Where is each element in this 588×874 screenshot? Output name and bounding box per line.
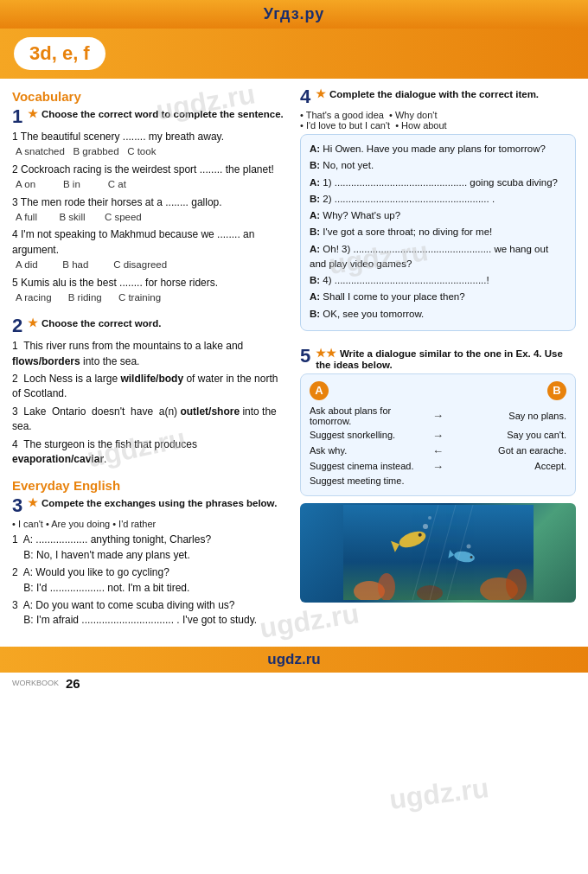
dialogue-line: B: OK, see you tomorrow. [310,307,566,322]
scuba-photo [300,503,576,603]
workbook-label: WORKBOOK [12,679,59,687]
top-bar: Угдз.ру [0,0,588,29]
list-item: 1 A: .................. anything tonight… [12,533,288,563]
ex4-inner: • That's a good idea • Why don't• I'd lo… [300,110,576,338]
site-title: Угдз.ру [264,5,325,22]
dialogue-line: B: I've got a sore throat; no diving for… [310,225,566,239]
svg-point-14 [466,545,470,549]
ex4-num: 4 [300,87,310,106]
list-item: 1 The beautiful scenery ........ my brea… [12,130,288,160]
dialogue-line: B: 2) ..................................… [310,192,566,207]
page-footer: WORKBOOK 26 [0,673,588,694]
diagram-label-a: A [310,381,329,400]
right-column: 4 ★ Complete the dialogue with the corre… [300,87,576,640]
svg-point-2 [378,573,395,600]
watermark-5: ugdz.ru [387,772,490,816]
arrow-icon: → [432,409,444,422]
ex2-num: 2 [12,316,22,335]
exercise-4: 4 ★ Complete the dialogue with the corre… [300,87,576,338]
diagram-rows: Ask about plans for tomorrow. → Say no p… [310,405,566,486]
list-item: 2 A: Would you like to go cycling? B: I'… [12,565,288,596]
everyday-english-section: Everyday English 3 ★ Compete the exchang… [12,478,288,630]
exercise-3: 3 ★ Compete the exchanges using the phra… [12,496,288,630]
list-item: 2 Loch Ness is a large wildlife/body of … [12,372,288,402]
exercise-2: 2 ★ Choose the correct word. 1 This rive… [12,316,288,469]
svg-point-13 [428,516,431,520]
diagram-row: Suggest meeting time. [310,475,566,486]
list-item: 1 This river runs from the mountains to … [12,339,288,369]
list-item: 4 The sturgeon is the fish that produces… [12,437,288,468]
dialogue-line: A: Oh! 3) ..............................… [310,242,566,272]
arrow-icon: → [432,429,444,442]
svg-point-12 [423,524,428,529]
left-column: Vocabulary 1 ★ Choose the correct word t… [12,87,288,640]
ex2-instruction: 2 ★ Choose the correct word. [12,316,288,335]
chapter-label: 3d, e, f [14,37,105,70]
everyday-english-title: Everyday English [12,478,288,493]
ex3-inner: • I can't • Are you doing • I'd rather 1… [12,519,288,630]
ex5-num: 5 [300,347,310,366]
dialogue-line: A: Hi Owen. Have you made any plans for … [310,142,566,156]
vocabulary-title: Vocabulary [12,89,288,104]
dialogue-line: A: Shall I come to your place then? [310,290,566,304]
dialogue-line: B: 4) ..................................… [310,273,566,288]
underwater-svg [343,505,534,600]
main-content: Vocabulary 1 ★ Choose the correct word t… [0,79,588,640]
diagram-row: Ask about plans for tomorrow. → Say no p… [310,405,566,426]
ex4-hints: • That's a good idea • Why don't• I'd lo… [300,110,576,131]
ex3-instruction: 3 ★ Compete the exchanges using the phra… [12,496,288,515]
arrow-icon: → [432,460,444,473]
ex5-inner: A B Ask about plans for tomorrow. → Say … [300,373,576,603]
bottom-bar: ugdz.ru [0,647,588,673]
diagram-row: Suggest cinema instead. → Accept. [310,460,566,473]
svg-point-4 [506,569,527,600]
exercise-5: 5 ★★ Write a dialogue similar to the one… [300,347,576,603]
diagram-row: Ask why. ← Got an earache. [310,444,566,457]
list-item: 3 The men rode their horses at a .......… [12,195,288,226]
ex1-instruction: 1 ★ Choose the correct word to complete … [12,107,288,126]
diagram-label-b: B [547,381,566,400]
arrow-icon: ← [432,444,444,457]
ex3-hints: • I can't • Are you doing • I'd rather [12,519,288,529]
dialogue-line: A: 1) ..................................… [310,175,566,190]
list-item: 3 A: Do you want to come scuba diving wi… [12,598,288,628]
list-item: 5 Kumis alu is the best ........ for hor… [12,276,288,306]
list-item: 3 Lake Ontario doesn't have a(n) outlet/… [12,405,288,435]
bottom-watermark: ugdz.ru [267,651,320,667]
list-item: 2 Cockroach racing is the weirdest sport… [12,163,288,193]
ex2-items: 1 This river runs from the mountains to … [12,339,288,469]
diagram-row: Suggest snorkelling. → Say you can't. [310,429,566,442]
dialogue-line: A: Why? What's up? [310,208,566,223]
ex5-diagram: A B Ask about plans for tomorrow. → Say … [300,373,576,496]
diagram-header: A B [310,381,566,400]
page-number: 26 [66,676,80,691]
ex1-items: 1 The beautiful scenery ........ my brea… [12,130,288,308]
dialogue-line: B: No, not yet. [310,158,566,173]
ex1-num: 1 [12,107,22,126]
ex4-dialogue: A: Hi Owen. Have you made any plans for … [300,134,576,331]
list-item: 4 I'm not speaking to Makhmud because we… [12,227,288,272]
ex3-num: 3 [12,496,22,515]
ex4-instruction: 4 ★ Complete the dialogue with the corre… [300,87,576,106]
header-band: 3d, e, f [0,29,588,79]
exercise-1: 1 ★ Choose the correct word to complete … [12,107,288,308]
ex5-instruction: 5 ★★ Write a dialogue similar to the one… [300,347,576,370]
